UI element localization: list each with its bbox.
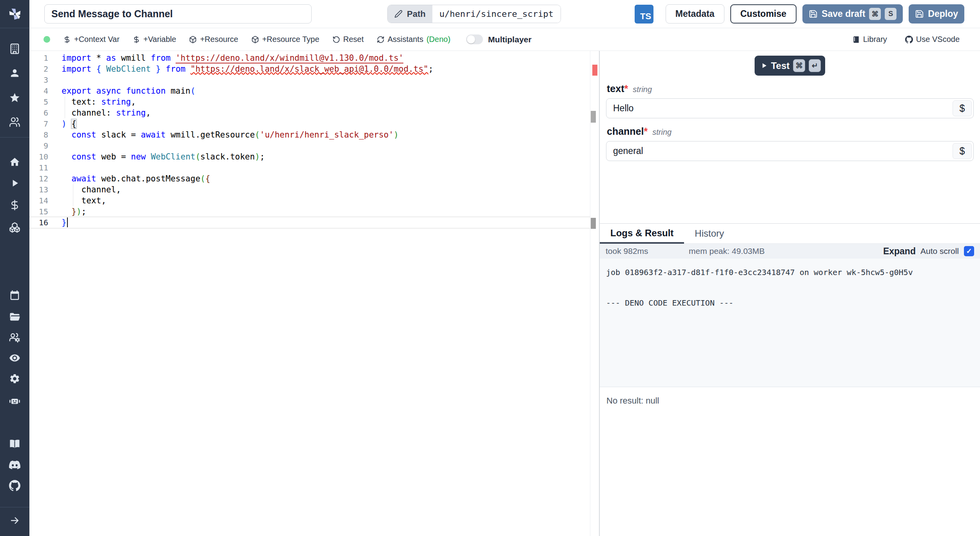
add-resource-button[interactable]: +Resource xyxy=(189,35,238,44)
code-token: ; xyxy=(260,152,265,161)
script-title-input[interactable] xyxy=(44,4,312,24)
line-number: 9 xyxy=(29,140,48,151)
code-line[interactable]: await web.chat.postMessage({ xyxy=(62,173,590,184)
library-label: Library xyxy=(863,35,887,44)
github-icon[interactable] xyxy=(8,479,22,492)
code-token: { xyxy=(96,64,102,74)
assistants-button[interactable]: Assistants (Deno) xyxy=(377,35,450,44)
star-icon[interactable] xyxy=(8,91,22,104)
field-label-text: text * string xyxy=(607,83,974,94)
sidebar-divider xyxy=(0,137,29,138)
code-line[interactable]: const web = new WebClient(slack.token); xyxy=(62,151,590,162)
indent-guide xyxy=(65,96,65,107)
home-icon[interactable] xyxy=(8,155,22,168)
code-line[interactable]: const slack = await wmill.getResource('u… xyxy=(62,129,590,140)
code-line[interactable] xyxy=(62,74,590,85)
code-token: { xyxy=(71,119,76,129)
autoscroll-checkbox[interactable]: ✓ xyxy=(964,246,974,256)
code-line[interactable]: channel, xyxy=(62,184,590,195)
add-context-var-button[interactable]: +Context Var xyxy=(63,35,120,44)
add-resource-label: +Resource xyxy=(200,35,238,44)
sidebar-divider xyxy=(0,507,29,507)
code-token: text, xyxy=(62,196,106,205)
user-icon[interactable] xyxy=(8,66,22,80)
code-token: { xyxy=(205,174,211,183)
book-open-icon[interactable] xyxy=(8,437,22,450)
expand-button[interactable]: Expand xyxy=(883,246,916,257)
code-line[interactable]: channel: string, xyxy=(62,107,590,118)
add-context-var-label: +Context Var xyxy=(74,35,120,44)
windmill-logo[interactable] xyxy=(8,7,22,21)
eye-icon[interactable] xyxy=(8,351,22,364)
code-token: WebClient xyxy=(106,64,151,74)
scrollbar-thumb[interactable] xyxy=(591,111,596,123)
users-cog-icon[interactable] xyxy=(8,331,22,344)
no-result-text: No result: null xyxy=(606,396,659,406)
line-number: 7 xyxy=(29,118,48,129)
check-icon: ✓ xyxy=(966,247,972,255)
typescript-badge: TS xyxy=(635,5,653,24)
code-line[interactable]: text, xyxy=(62,195,590,206)
bot-icon[interactable] xyxy=(8,394,22,407)
kbd-enter: ↵ xyxy=(809,59,821,72)
multiplayer-toggle[interactable] xyxy=(466,34,483,44)
line-number: 10 xyxy=(29,151,48,162)
code-token: new xyxy=(131,152,146,161)
building-icon[interactable] xyxy=(8,42,22,55)
channel-field-input[interactable] xyxy=(606,141,973,161)
arrow-right-icon[interactable] xyxy=(8,514,22,527)
code-token: , xyxy=(146,108,151,118)
customise-button[interactable]: Customise xyxy=(730,4,797,24)
code-line[interactable]: import { WebClient } from "https://deno.… xyxy=(62,63,590,74)
add-resource-type-button[interactable]: +Resource Type xyxy=(251,35,319,44)
log-output: job 018963f2-a317-d81f-f1f0-e3cc23418747… xyxy=(600,259,980,387)
text-field-input[interactable] xyxy=(606,99,973,118)
code-line[interactable]: } xyxy=(62,217,590,228)
reset-button[interactable]: Reset xyxy=(332,35,364,44)
code-token: async xyxy=(96,86,121,96)
code-line[interactable] xyxy=(62,162,590,173)
code-line[interactable] xyxy=(62,140,590,151)
metadata-button[interactable]: Metadata xyxy=(666,4,724,24)
code-token: slack = xyxy=(96,130,141,139)
deploy-button[interactable]: Deploy xyxy=(909,4,964,24)
boxes-icon[interactable] xyxy=(8,221,22,234)
test-button[interactable]: Test ⌘ ↵ xyxy=(755,56,826,76)
path-button[interactable]: Path u/henri/sincere_script xyxy=(387,5,561,23)
folder-open-icon[interactable] xyxy=(8,310,22,323)
code-token xyxy=(121,86,126,96)
code-token: "https://deno.land/x/slack_web_api@1.0.0… xyxy=(191,64,428,74)
code-token: from xyxy=(151,53,171,63)
code-line[interactable]: import * as wmill from 'https://deno.lan… xyxy=(62,53,590,63)
code-line[interactable]: text: string, xyxy=(62,96,590,107)
code-token xyxy=(62,207,71,216)
code-line[interactable]: export async function main( xyxy=(62,85,590,96)
code-editor[interactable]: 12345678910111213141516 import * as wmil… xyxy=(29,51,599,536)
play-icon[interactable] xyxy=(8,176,22,190)
code-token: channel: xyxy=(62,108,116,118)
save-draft-button[interactable]: Save draft ⌘ S xyxy=(802,4,903,24)
users-icon[interactable] xyxy=(8,115,22,129)
tab-logs-result[interactable]: Logs & Result xyxy=(600,224,684,244)
discord-icon[interactable] xyxy=(8,458,22,471)
code-token: } xyxy=(62,218,67,227)
code-line[interactable]: ) { xyxy=(62,118,590,129)
play-icon xyxy=(761,62,768,69)
code-line[interactable]: }); xyxy=(62,206,590,217)
insert-variable-button[interactable]: $ xyxy=(953,100,972,116)
insert-variable-button[interactable]: $ xyxy=(953,143,972,159)
tab-label: Logs & Result xyxy=(610,228,673,239)
calendar-icon[interactable] xyxy=(8,289,22,302)
use-vscode-button[interactable]: Use VScode xyxy=(905,35,960,44)
add-variable-button[interactable]: +Variable xyxy=(132,35,176,44)
code-token xyxy=(67,119,72,129)
results-panel: Logs & Result History took 982ms mem pea… xyxy=(600,223,980,536)
assistants-label: Assistants xyxy=(388,35,423,44)
code-token xyxy=(101,64,106,74)
dollar-icon[interactable] xyxy=(8,198,22,212)
library-button[interactable]: Library xyxy=(852,35,887,44)
tab-history[interactable]: History xyxy=(684,224,735,243)
cube-icon xyxy=(251,36,259,43)
line-number: 1 xyxy=(29,53,48,63)
gear-icon[interactable] xyxy=(8,372,22,385)
